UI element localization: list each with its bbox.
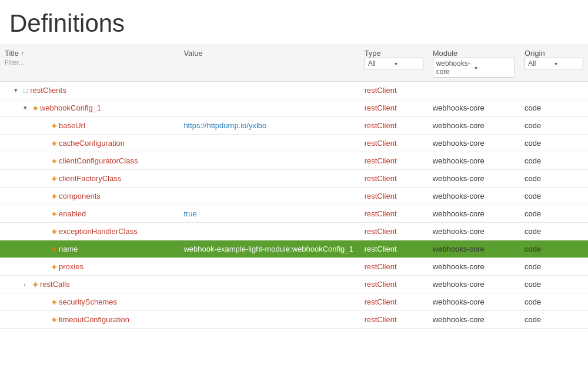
row-title[interactable]: enabled <box>59 209 86 218</box>
value-cell <box>179 170 359 188</box>
origin-label: Origin <box>524 49 545 58</box>
row-origin: code <box>524 121 541 130</box>
row-origin: code <box>524 174 541 183</box>
table-row[interactable]: ▾◈webhookConfig_1restClientwebhooks-core… <box>0 99 588 117</box>
origin-cell: code <box>520 188 588 205</box>
row-type: restClient <box>365 209 397 218</box>
row-origin: code <box>524 280 541 289</box>
value-cell <box>179 99 359 117</box>
value-cell: true <box>179 205 359 223</box>
col-header-title: Title ↑ Filter... <box>0 45 179 82</box>
table-row[interactable]: ◈proxiesrestClientwebhooks-corecode <box>0 258 588 276</box>
sort-icon: ↑ <box>21 50 24 56</box>
type-dropdown-value: All <box>368 59 393 68</box>
row-title[interactable]: components <box>59 192 101 200</box>
module-cell: webhooks-core <box>428 223 520 240</box>
module-dropdown[interactable]: webhooks-core ▾ <box>433 58 515 78</box>
module-cell: webhooks-core <box>428 258 520 276</box>
row-origin: code <box>524 192 541 200</box>
row-value: https://httpdump.io/yxlbo <box>183 121 266 130</box>
row-title[interactable]: timeoutConfiguration <box>59 315 129 324</box>
title-cell: ›◈restCalls <box>0 276 179 293</box>
table-header: Title ↑ Filter... Value Type All ▾ Mo <box>0 45 588 82</box>
origin-cell: code <box>520 293 588 311</box>
module-cell: webhooks-core <box>428 205 520 223</box>
row-title[interactable]: restCalls <box>40 280 70 289</box>
table-row[interactable]: ›◈restCallsrestClientwebhooks-corecode <box>0 276 588 293</box>
node-icon: ◈ <box>52 192 56 200</box>
row-title[interactable]: clientConfiguratorClass <box>59 156 138 165</box>
row-type: restClient <box>365 227 397 236</box>
type-dropdown[interactable]: All ▾ <box>365 58 423 69</box>
value-cell <box>179 188 359 205</box>
row-type: restClient <box>365 139 397 148</box>
row-type: restClient <box>365 280 397 289</box>
row-title[interactable]: proxies <box>59 262 83 271</box>
table-row[interactable]: ◈baseUrlhttps://httpdump.io/yxlborestCli… <box>0 117 588 135</box>
title-cell: ◈enabled <box>0 205 179 223</box>
row-title[interactable]: webhookConfig_1 <box>40 103 101 112</box>
row-module: webhooks-core <box>433 315 485 324</box>
title-filter[interactable]: Filter... <box>5 59 174 66</box>
type-cell: restClient <box>360 240 428 258</box>
row-module: webhooks-core <box>433 121 485 130</box>
chevron-down-icon: ▾ <box>475 65 512 71</box>
type-label: Type <box>365 49 381 58</box>
table-row[interactable]: ◈clientFactoryClassrestClientwebhooks-co… <box>0 170 588 188</box>
table-row[interactable]: ▾□restClientsrestClient <box>0 82 588 99</box>
row-origin: code <box>524 103 541 112</box>
type-cell: restClient <box>360 117 428 135</box>
row-title[interactable]: restClients <box>30 86 66 95</box>
origin-cell: code <box>520 223 588 240</box>
title-cell: ◈timeoutConfiguration <box>0 311 179 329</box>
chevron-down-icon: ▾ <box>554 61 580 67</box>
table-row[interactable]: ◈clientConfiguratorClassrestClientwebhoo… <box>0 152 588 170</box>
module-cell: webhooks-core <box>428 99 520 117</box>
row-origin: code <box>524 245 541 253</box>
table-row[interactable]: ◈securitySchemesrestClientwebhooks-corec… <box>0 293 588 311</box>
type-cell: restClient <box>360 188 428 205</box>
title-cell: ◈baseUrl <box>0 117 179 135</box>
table-row[interactable]: ◈exceptionHandlerClassrestClientwebhooks… <box>0 223 588 240</box>
origin-cell: code <box>520 152 588 170</box>
node-icon: ◈ <box>52 316 56 323</box>
title-cell: ◈clientFactoryClass <box>0 170 179 188</box>
table-body: ▾□restClientsrestClient▾◈webhookConfig_1… <box>0 82 588 329</box>
origin-cell: code <box>520 135 588 152</box>
row-title[interactable]: securitySchemes <box>59 297 117 306</box>
type-cell: restClient <box>360 170 428 188</box>
node-icon: ◈ <box>52 228 56 235</box>
row-module: webhooks-core <box>433 139 485 148</box>
row-title[interactable]: name <box>59 245 78 253</box>
table-row[interactable]: ◈namewebhook-example-light-module:webhoo… <box>0 240 588 258</box>
origin-cell: code <box>520 311 588 329</box>
table-row[interactable]: ◈timeoutConfigurationrestClientwebhooks-… <box>0 311 588 329</box>
row-title[interactable]: cacheConfiguration <box>59 139 125 148</box>
module-cell: webhooks-core <box>428 152 520 170</box>
value-cell <box>179 152 359 170</box>
row-type: restClient <box>365 262 397 271</box>
toggle-icon[interactable]: › <box>24 281 31 288</box>
type-cell: restClient <box>360 223 428 240</box>
origin-dropdown[interactable]: All ▾ <box>524 58 583 69</box>
row-title[interactable]: baseUrl <box>59 121 85 130</box>
module-cell: webhooks-core <box>428 276 520 293</box>
title-cell: ◈securitySchemes <box>0 293 179 311</box>
table-row[interactable]: ◈cacheConfigurationrestClientwebhooks-co… <box>0 135 588 152</box>
row-origin: code <box>524 209 541 218</box>
table-row[interactable]: ◈enabledtruerestClientwebhooks-corecode <box>0 205 588 223</box>
row-title[interactable]: clientFactoryClass <box>59 174 121 183</box>
type-cell: restClient <box>360 99 428 117</box>
value-cell: webhook-example-light-module:webhookConf… <box>179 240 359 258</box>
module-cell: webhooks-core <box>428 311 520 329</box>
node-icon: ◈ <box>52 139 56 147</box>
toggle-icon[interactable]: ▾ <box>14 86 21 94</box>
node-icon: ◈ <box>52 157 56 165</box>
toggle-icon[interactable]: ▾ <box>24 104 31 112</box>
value-cell <box>179 135 359 152</box>
title-cell: ◈cacheConfiguration <box>0 135 179 152</box>
row-title[interactable]: exceptionHandlerClass <box>59 227 138 236</box>
type-cell: restClient <box>360 152 428 170</box>
table-row[interactable]: ◈componentsrestClientwebhooks-corecode <box>0 188 588 205</box>
title-cell: ▾◈webhookConfig_1 <box>0 99 179 117</box>
